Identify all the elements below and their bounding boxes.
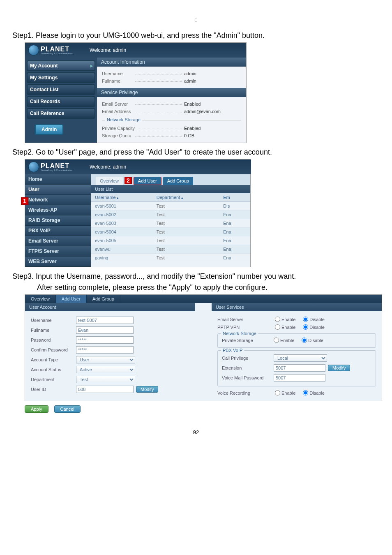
content-2: Overview 2 Add User Add Group User List … bbox=[91, 160, 250, 267]
tab-add-group-3[interactable]: Add Group bbox=[87, 295, 120, 303]
lbl-fullname: Fullname bbox=[31, 328, 76, 333]
username-input[interactable] bbox=[76, 317, 134, 324]
lbl-pptp: PPTP VPN bbox=[217, 325, 275, 330]
lbl-confirm: Confirm Password bbox=[31, 347, 76, 352]
lbl-acctstatus: Account Status bbox=[31, 367, 76, 372]
nav-call-reference[interactable]: Call Reference bbox=[27, 108, 95, 119]
col-extra: Em bbox=[219, 193, 250, 202]
modify-userid-button[interactable]: Modify bbox=[136, 386, 158, 393]
tab-add-user[interactable]: Add User bbox=[134, 177, 161, 185]
tabs-2: Overview 2 Add User Add Group bbox=[91, 174, 250, 185]
step1-text: Step1. Please login to your UMG-1000 web… bbox=[12, 31, 380, 40]
step3-text-a: Step3. Input the Username, password..., … bbox=[12, 272, 380, 281]
account-type-select[interactable]: User bbox=[76, 356, 135, 363]
account-status-select[interactable]: Active bbox=[76, 366, 135, 373]
globe-icon bbox=[28, 45, 39, 56]
admin-button[interactable]: Admin bbox=[35, 124, 63, 135]
nav-network[interactable]: Network bbox=[25, 195, 91, 205]
userid-input[interactable] bbox=[76, 386, 134, 393]
tab-overview[interactable]: Overview bbox=[96, 177, 123, 185]
globe-icon bbox=[28, 162, 39, 172]
marker-2: 2 bbox=[125, 177, 132, 184]
network-storage-fieldset: Network Storage Private Storage EnableDi… bbox=[217, 333, 376, 348]
row-emailaddr: Email Addressadmin@evan.com bbox=[102, 108, 241, 115]
welcome-text-2: Welcome: admin bbox=[90, 164, 126, 170]
sidebar-2: PLANET Networking & Communication Welcom… bbox=[25, 160, 91, 267]
logo: PLANET Networking & Communication bbox=[28, 45, 73, 56]
privstor-disable[interactable]: Disable bbox=[302, 338, 323, 343]
user-account-header: User Account bbox=[25, 303, 195, 311]
tabs-3: Overview Add User Add Group bbox=[25, 295, 382, 303]
row-privcap: Private CapacityEnabled bbox=[102, 125, 241, 132]
extension-input[interactable] bbox=[274, 364, 325, 372]
lbl-ext: Extension bbox=[222, 365, 274, 370]
screenshot-3: Overview Add User Add Group User Account… bbox=[25, 294, 382, 401]
pbx-voip-legend: PBX VoIP bbox=[221, 348, 244, 353]
network-storage-legend: Network Storage bbox=[105, 117, 142, 122]
emailserver-disable[interactable]: Disable bbox=[303, 317, 325, 322]
header-bar-2: PLANET Networking & Communication Welcom… bbox=[25, 160, 251, 174]
fullname-input[interactable] bbox=[76, 326, 134, 334]
user-table: Username Department Em evan-5001TestDis … bbox=[91, 193, 250, 262]
nav-email-server[interactable]: Email Server bbox=[25, 236, 91, 246]
user-services-header: User Services bbox=[212, 303, 382, 311]
service-priv-header: Service Privilege bbox=[97, 88, 246, 97]
action-buttons: Apply Cancel bbox=[12, 401, 380, 413]
user-services-column: User Services Email Server EnableDisable… bbox=[212, 303, 382, 401]
nav-call-records[interactable]: Call Records bbox=[27, 96, 95, 107]
department-select[interactable]: Test bbox=[76, 376, 135, 383]
table-row: evan-5003TestEna bbox=[91, 219, 250, 228]
confirm-password-input[interactable] bbox=[76, 346, 134, 354]
nav-my-settings[interactable]: My Settings bbox=[27, 72, 95, 83]
table-row: evan-5002TestEna bbox=[91, 210, 250, 219]
nav-contact-list[interactable]: Contact List bbox=[27, 84, 95, 95]
table-row: evanwuTestEna bbox=[91, 245, 250, 254]
tab-add-user-3[interactable]: Add User bbox=[56, 295, 87, 303]
account-info-header: Account Information bbox=[97, 58, 246, 67]
tab-add-group[interactable]: Add Group bbox=[163, 177, 193, 185]
pptp-enable[interactable]: Enable bbox=[275, 324, 295, 330]
nav-wireless-ap[interactable]: Wireless-AP bbox=[25, 205, 91, 215]
vrec-disable[interactable]: Disable bbox=[303, 390, 325, 395]
user-list-header: User List bbox=[91, 185, 250, 193]
row-fullname: Fullnameadmin bbox=[102, 77, 241, 85]
lbl-vrec: Voice Recording bbox=[217, 391, 275, 395]
vrec-enable[interactable]: Enable bbox=[275, 390, 295, 395]
screenshot-1: PLANET Networking & Communication Welcom… bbox=[25, 42, 247, 143]
table-row: evan-5004TestEna bbox=[91, 228, 250, 236]
col-department[interactable]: Department bbox=[152, 193, 219, 202]
modify-extension-button[interactable]: Modify bbox=[328, 365, 350, 371]
nav-my-account[interactable]: My Account▸ bbox=[27, 60, 95, 71]
tab-overview-3[interactable]: Overview bbox=[25, 295, 56, 303]
apply-button[interactable]: Apply bbox=[25, 405, 48, 413]
lbl-accttype: Account Type bbox=[31, 357, 76, 362]
lbl-emailserver-3: Email Server bbox=[217, 317, 275, 322]
password-input[interactable] bbox=[76, 336, 134, 344]
privstor-enable[interactable]: Enable bbox=[274, 338, 294, 343]
emailserver-enable[interactable]: Enable bbox=[275, 317, 295, 322]
step3-text-b: After setting complete, please press the… bbox=[37, 283, 380, 292]
colon-marker: : bbox=[12, 16, 380, 23]
row-quota: Storage Quota0 GB bbox=[102, 132, 241, 139]
sidebar: My Account▸ My Settings Contact List Cal… bbox=[25, 58, 97, 143]
nav-user[interactable]: User bbox=[25, 185, 91, 195]
network-storage-legend-3: Network Storage bbox=[221, 331, 258, 336]
lbl-dept: Department bbox=[31, 377, 76, 382]
header-bar: PLANET Networking & Communication Welcom… bbox=[25, 43, 246, 58]
lbl-userid: User ID bbox=[31, 387, 76, 392]
logo-subtext: Networking & Communication bbox=[41, 52, 73, 55]
pptp-disable[interactable]: Disable bbox=[303, 324, 325, 330]
col-username[interactable]: Username bbox=[91, 193, 152, 202]
nav-pbx-voip[interactable]: PBX VoIP bbox=[25, 226, 91, 236]
nav-raid-storage[interactable]: RAID Storage bbox=[25, 215, 91, 226]
lbl-username: Username bbox=[31, 318, 76, 323]
table-row: evan-5005TestEna bbox=[91, 236, 250, 245]
pbx-voip-fieldset: PBX VoIP Call PrivilegeLocal ExtensionMo… bbox=[217, 350, 376, 386]
call-privilege-select[interactable]: Local bbox=[274, 354, 327, 362]
nav-web-server[interactable]: WEB Server bbox=[25, 257, 91, 267]
cancel-button[interactable]: Cancel bbox=[54, 405, 81, 413]
nav-home[interactable]: Home bbox=[25, 174, 91, 185]
nav-ftps-server[interactable]: FTP/S Server bbox=[25, 246, 91, 257]
voicemail-password-input[interactable] bbox=[274, 374, 325, 382]
lbl-callpriv: Call Privilege bbox=[222, 356, 274, 361]
